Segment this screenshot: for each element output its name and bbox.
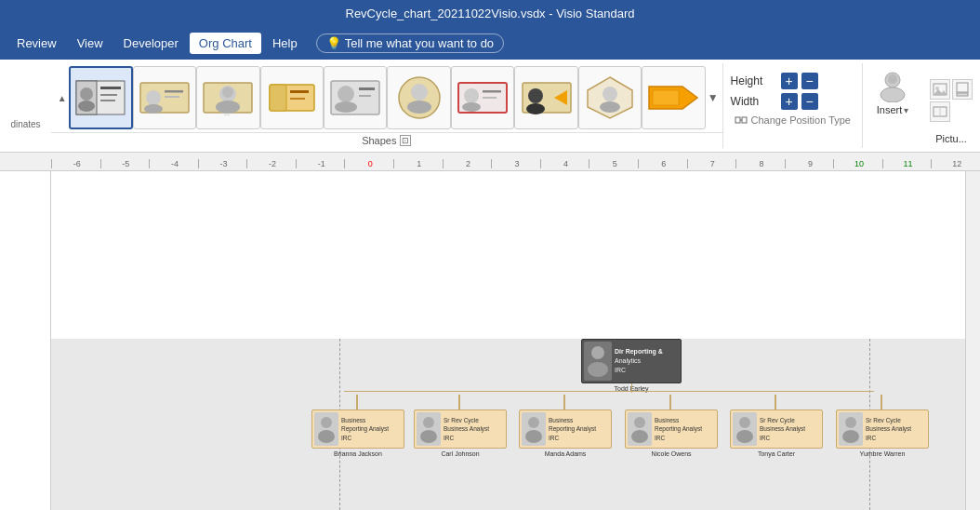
tell-me-text: Tell me what you want to do bbox=[345, 36, 494, 50]
ruler-mark: -2 bbox=[246, 159, 296, 168]
picture-section: Pictu... bbox=[922, 63, 980, 148]
svg-point-8 bbox=[146, 90, 161, 105]
picture-icon-3[interactable] bbox=[930, 101, 950, 122]
ribbon: dinates ▲ bbox=[0, 60, 980, 153]
menu-item-review[interactable]: Review bbox=[7, 33, 66, 54]
ruler-mark: 3 bbox=[491, 159, 540, 168]
svg-point-39 bbox=[603, 87, 617, 101]
shape-item-6[interactable] bbox=[387, 66, 450, 129]
ruler-mark: 11 bbox=[882, 159, 932, 168]
svg-point-67 bbox=[736, 430, 753, 443]
ruler: -6 -5 -4 -3 -2 -1 0 1 2 3 4 5 6 7 8 9 10… bbox=[0, 153, 980, 171]
ruler-mark: 9 bbox=[785, 159, 834, 168]
picture-icon-1[interactable] bbox=[930, 79, 950, 100]
shape-item-10[interactable] bbox=[642, 66, 705, 129]
menu-item-developer[interactable]: Developer bbox=[114, 33, 188, 54]
svg-rect-24 bbox=[359, 87, 375, 90]
shape-item-9[interactable] bbox=[578, 66, 642, 129]
width-row: Width + − bbox=[731, 91, 854, 112]
svg-rect-19 bbox=[290, 90, 309, 93]
shape-item-1[interactable] bbox=[69, 66, 133, 129]
ruler-mark: 7 bbox=[687, 159, 736, 168]
insert-dropdown-arrow[interactable]: ▾ bbox=[904, 105, 908, 115]
shape-item-2[interactable] bbox=[133, 66, 196, 129]
menu-bar: Review View Developer Org Chart Help 💡 T… bbox=[0, 26, 980, 60]
svg-point-60 bbox=[423, 417, 434, 428]
svg-point-64 bbox=[634, 417, 645, 428]
shape-item-5[interactable] bbox=[324, 66, 387, 129]
svg-point-28 bbox=[407, 101, 431, 114]
coordinates-label: dinates bbox=[10, 119, 40, 129]
employee-node-1[interactable]: Business Reporting Analyst IRC Brianna J… bbox=[311, 395, 404, 457]
shapes-section-label: Shapes ⊡ bbox=[51, 132, 722, 148]
svg-rect-20 bbox=[290, 98, 305, 100]
svg-rect-18 bbox=[270, 85, 286, 111]
menu-item-view[interactable]: View bbox=[68, 33, 113, 54]
change-position-type-button[interactable]: Change Position Type bbox=[731, 112, 854, 128]
shapes-scroll-left[interactable]: ▲ bbox=[55, 93, 69, 103]
svg-point-56 bbox=[591, 346, 604, 359]
shapes-expand-icon[interactable]: ⊡ bbox=[400, 135, 411, 146]
svg-rect-42 bbox=[653, 90, 679, 105]
shape-item-3[interactable]: ··· bbox=[196, 66, 259, 129]
employee-name-2: Carl Johnson bbox=[414, 450, 507, 457]
insert-icon-area bbox=[874, 67, 911, 104]
connector-h bbox=[344, 391, 874, 392]
tell-me-input[interactable]: 💡 Tell me what you want to do bbox=[316, 34, 504, 53]
svg-marker-51 bbox=[934, 89, 947, 95]
height-increase-button[interactable]: + bbox=[781, 73, 798, 89]
width-label: Width bbox=[731, 95, 777, 108]
svg-rect-32 bbox=[483, 90, 501, 93]
ruler-mark: 10 bbox=[833, 159, 882, 168]
height-decrease-button[interactable]: − bbox=[801, 73, 818, 89]
svg-point-22 bbox=[338, 86, 354, 102]
shapes-scroll-down[interactable]: ▼ bbox=[708, 91, 719, 104]
org-area: Dir Reporting & Analytics IRC Todd Earle… bbox=[51, 339, 965, 510]
ruler-mark: 1 bbox=[393, 159, 443, 168]
svg-point-15 bbox=[222, 87, 233, 98]
shapes-content: ▲ bbox=[51, 63, 722, 132]
employee-node-2[interactable]: Sr Rev Cycle Business Analyst IRC Carl J… bbox=[414, 395, 507, 457]
title-bar-text: RevCycle_chart_20211022Visio.vsdx - Visi… bbox=[346, 7, 635, 20]
svg-rect-53 bbox=[957, 93, 968, 96]
insert-section: Insert ▾ bbox=[862, 63, 922, 148]
width-increase-button[interactable]: + bbox=[781, 93, 798, 110]
menu-item-org-chart[interactable]: Org Chart bbox=[190, 33, 261, 54]
svg-point-65 bbox=[631, 430, 648, 443]
ruler-mark: 5 bbox=[589, 159, 638, 168]
employee-node-6[interactable]: Sr Rev Cycle Business Analyst IRC Yumbre… bbox=[836, 395, 929, 457]
svg-rect-4 bbox=[100, 87, 121, 89]
insert-person-icon bbox=[876, 69, 909, 102]
vertical-scrollbar[interactable] bbox=[965, 171, 980, 510]
shape-item-4[interactable] bbox=[260, 66, 324, 129]
svg-point-35 bbox=[528, 88, 543, 103]
svg-point-9 bbox=[144, 104, 163, 114]
svg-point-30 bbox=[464, 88, 479, 103]
picture-icon-2[interactable] bbox=[952, 79, 973, 100]
employee-node-4[interactable]: Business Reporting Analyst IRC Nicole Ow… bbox=[625, 395, 718, 457]
svg-rect-25 bbox=[359, 95, 371, 97]
employee-node-3[interactable]: Business Reporting Analyst IRC Manda Ada… bbox=[519, 395, 612, 457]
svg-point-23 bbox=[335, 101, 357, 113]
width-decrease-button[interactable]: − bbox=[801, 93, 818, 110]
shape-item-7[interactable] bbox=[451, 66, 514, 129]
svg-point-31 bbox=[462, 102, 481, 112]
ruler-mark: -3 bbox=[198, 159, 247, 168]
employee-node-5[interactable]: Sr Rev Cycle Business Analyst IRC Tonya … bbox=[730, 395, 823, 457]
shape-item-8[interactable] bbox=[514, 66, 577, 129]
ruler-mark: -6 bbox=[51, 159, 100, 168]
change-position-type-label: Change Position Type bbox=[751, 114, 851, 126]
svg-point-59 bbox=[318, 430, 335, 443]
svg-point-62 bbox=[528, 417, 539, 428]
svg-point-68 bbox=[845, 417, 856, 428]
menu-item-help[interactable]: Help bbox=[263, 33, 307, 54]
ruler-mark: -4 bbox=[149, 159, 198, 168]
canvas-area: Dir Reporting & Analytics IRC Todd Earle… bbox=[0, 171, 980, 510]
main-canvas[interactable]: Dir Reporting & Analytics IRC Todd Earle… bbox=[51, 171, 965, 510]
svg-text:···: ··· bbox=[224, 112, 230, 118]
height-label: Height bbox=[731, 74, 777, 87]
svg-point-2 bbox=[80, 87, 93, 101]
svg-point-58 bbox=[321, 417, 332, 428]
svg-point-61 bbox=[420, 430, 437, 443]
svg-rect-44 bbox=[742, 117, 747, 123]
